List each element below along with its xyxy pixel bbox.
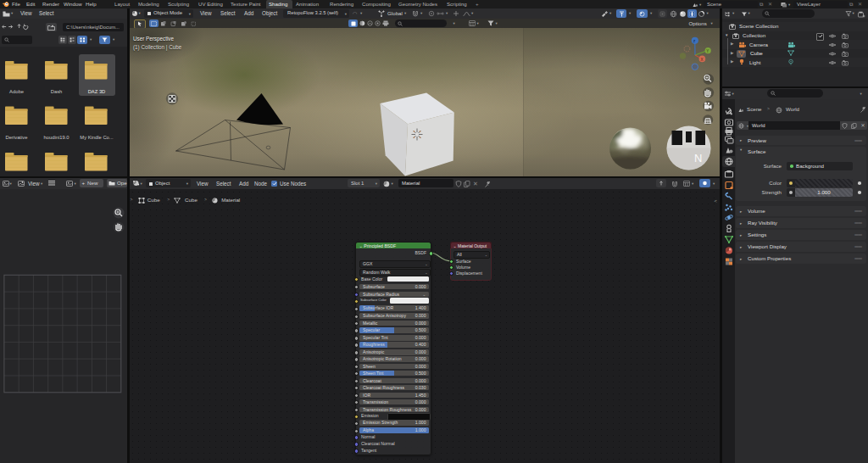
svg-text:Y: Y xyxy=(706,49,709,53)
svg-text:N: N xyxy=(694,152,702,165)
svg-text:X: X xyxy=(700,58,703,62)
